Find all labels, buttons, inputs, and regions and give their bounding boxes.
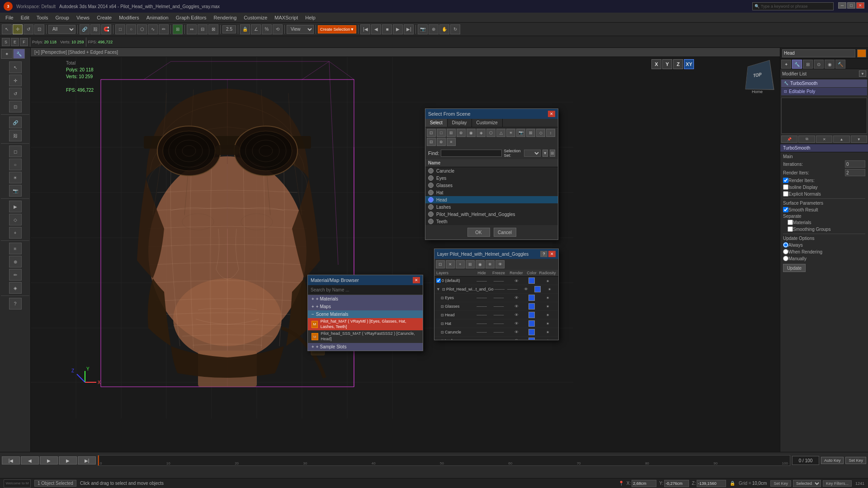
- sel-type1-btn[interactable]: ⊕: [457, 129, 466, 137]
- toolbar-angle-snap-btn[interactable]: ∠: [251, 24, 261, 34]
- item-teeth[interactable]: Teeth: [425, 218, 558, 225]
- layer-help-btn[interactable]: ?: [540, 251, 547, 257]
- maximize-button[interactable]: □: [847, 2, 855, 9]
- sel-type3-btn[interactable]: ◈: [476, 129, 486, 137]
- render-iters-checkbox[interactable]: [783, 178, 788, 183]
- set-key-status-btn[interactable]: Set Key: [770, 480, 791, 487]
- display-tab[interactable]: Display: [448, 119, 472, 127]
- toolbar-circle-btn[interactable]: ○: [126, 24, 136, 34]
- sel-all-btn[interactable]: ⊡: [427, 129, 436, 137]
- face-snaps-btn[interactable]: F: [20, 38, 28, 46]
- item-eyes[interactable]: Eyes: [425, 174, 558, 182]
- sel-layer-btn[interactable]: ≡: [447, 138, 456, 146]
- minimize-button[interactable]: ─: [838, 2, 846, 9]
- toolbar-link-btn[interactable]: 🔗: [80, 24, 90, 34]
- toolbar-orbit-btn[interactable]: ↻: [450, 24, 460, 34]
- frame-display[interactable]: 0 / 100: [792, 456, 819, 465]
- sidebar-unlink-btn[interactable]: ⛓: [9, 130, 22, 141]
- sel-type6-btn[interactable]: ☀: [506, 129, 515, 137]
- down-modifier-btn[interactable]: ▼: [851, 136, 867, 143]
- nav-stop-btn[interactable]: ■: [382, 24, 392, 34]
- sidebar-question-btn[interactable]: ?: [9, 298, 22, 310]
- auto-key-btn[interactable]: Auto Key: [821, 457, 844, 464]
- layer-freeze-btn[interactable]: ❄: [486, 260, 495, 268]
- z-coord[interactable]: Z:: [692, 480, 726, 487]
- editable-poly-modifier[interactable]: ⊡ Editable Poly: [781, 88, 867, 95]
- menu-tools[interactable]: Tools: [33, 14, 52, 21]
- z-axis-btn[interactable]: Z: [673, 59, 683, 69]
- z-coord-input[interactable]: [697, 480, 726, 487]
- cancel-button[interactable]: Cancel: [494, 228, 516, 237]
- up-modifier-btn[interactable]: ▲: [833, 136, 849, 143]
- material-search-input[interactable]: [308, 285, 423, 295]
- y-coord[interactable]: Y:: [659, 480, 689, 487]
- sidebar-scale-btn[interactable]: ⊡: [9, 101, 22, 113]
- sel-set-dropdown[interactable]: [524, 150, 541, 157]
- toolbar-unlink-btn[interactable]: ⛓: [90, 24, 100, 34]
- nav-prev-btn[interactable]: ◀: [371, 24, 381, 34]
- create-tab[interactable]: ✦: [1, 49, 13, 59]
- sidebar-circle-btn[interactable]: ○: [9, 159, 22, 170]
- layer-sel2-btn[interactable]: ◉: [476, 260, 485, 268]
- menu-edit[interactable]: Edit: [17, 14, 33, 21]
- search-box[interactable]: 🔍 Type a keyword or phrase: [752, 2, 834, 10]
- x-axis-btn[interactable]: X: [651, 59, 661, 69]
- smooth-result-checkbox[interactable]: [783, 207, 788, 212]
- sel-type5-btn[interactable]: △: [496, 129, 505, 137]
- lock-icon[interactable]: 🔒: [730, 481, 735, 486]
- sel-type7-btn[interactable]: 📷: [516, 129, 525, 137]
- sidebar-helper-btn[interactable]: +: [9, 227, 22, 239]
- layer-eyes-row[interactable]: ⊡ Eyes ──── ──── 👁 ☀: [434, 294, 558, 302]
- sidebar-shape-btn[interactable]: ◻: [9, 145, 22, 157]
- customize-tab[interactable]: Customize: [472, 119, 503, 127]
- motion-panel-tab[interactable]: ⊙: [814, 60, 824, 69]
- sidebar-move-btn[interactable]: ✛: [9, 75, 22, 86]
- update-button[interactable]: Update: [783, 264, 806, 272]
- close-button[interactable]: ✕: [856, 2, 864, 9]
- object-name-input[interactable]: [782, 49, 855, 57]
- menu-views[interactable]: Views: [73, 14, 93, 21]
- view-cube[interactable]: TOP Home: [739, 61, 775, 98]
- sidebar-link-btn[interactable]: 🔗: [9, 117, 22, 128]
- sidebar-paint-btn[interactable]: ✏: [9, 269, 22, 281]
- layer-head-row[interactable]: ⊡ Head ──── ──── 👁 ☀: [434, 311, 558, 319]
- scene-materials-header[interactable]: − Scene Materials: [308, 310, 423, 318]
- layer-delete-btn[interactable]: ✕: [446, 260, 455, 268]
- go-end-btn[interactable]: ▶|: [78, 456, 96, 465]
- sidebar-layer-btn[interactable]: ≡: [9, 243, 22, 254]
- key-filters-btn[interactable]: Key Filters...: [823, 480, 852, 487]
- object-color-selector[interactable]: [857, 49, 866, 57]
- utilities-panel-tab[interactable]: 🔨: [835, 60, 845, 69]
- display-panel-tab[interactable]: ◉: [825, 60, 835, 69]
- menu-modifiers[interactable]: Modifiers: [115, 14, 143, 21]
- item-head[interactable]: Head: [425, 196, 558, 203]
- toolbar-mirror-btn[interactable]: ⇔: [187, 24, 197, 34]
- copy-modifier-btn[interactable]: ⧉: [798, 136, 815, 143]
- snaps-toggle-btn[interactable]: S: [2, 38, 10, 46]
- toolbar-spinner-btn[interactable]: ⟲: [273, 24, 283, 34]
- toolbar-number-input[interactable]: 2.5: [222, 25, 236, 33]
- layer-default-row[interactable]: 0 (default) ──── ──── 👁 ☀: [434, 277, 558, 285]
- toolbar-scale-btn[interactable]: ⊡: [34, 24, 44, 34]
- x-coord[interactable]: X:: [627, 480, 656, 487]
- toolbar-box-btn[interactable]: □: [115, 24, 125, 34]
- toolbar-rotate-btn[interactable]: ↺: [24, 24, 33, 34]
- menu-create[interactable]: Create: [93, 14, 115, 21]
- smoothing-groups-checkbox[interactable]: [788, 226, 793, 232]
- modify-tab[interactable]: 🔧: [13, 49, 25, 59]
- material-browser-close[interactable]: ✕: [413, 277, 420, 283]
- nav-end-btn[interactable]: ▶|: [404, 24, 414, 34]
- sel-type2-btn[interactable]: ◉: [467, 129, 476, 137]
- next-frame-btn[interactable]: ▶: [59, 456, 77, 465]
- sidebar-xref-btn[interactable]: ⊕: [9, 256, 22, 267]
- sel-invert-btn[interactable]: ⊞: [447, 129, 456, 137]
- layer-close-btn[interactable]: ✕: [548, 251, 556, 257]
- nav-next-btn[interactable]: ▶: [393, 24, 403, 34]
- hierarchy-panel-tab[interactable]: ⊞: [803, 60, 813, 69]
- item-hat[interactable]: Hat: [425, 189, 558, 196]
- selection-label-input[interactable]: Create Selection▼: [318, 25, 356, 33]
- toolbar-spacing-btn[interactable]: ⊠: [208, 24, 218, 34]
- mat-item-2[interactable]: M Pilot_head_SSS_MAT ( VRayFastSSS2 ) [C…: [308, 330, 423, 343]
- toolbar-select-btn[interactable]: ↖: [2, 24, 12, 34]
- sel-cols-btn[interactable]: ⊟: [427, 138, 436, 146]
